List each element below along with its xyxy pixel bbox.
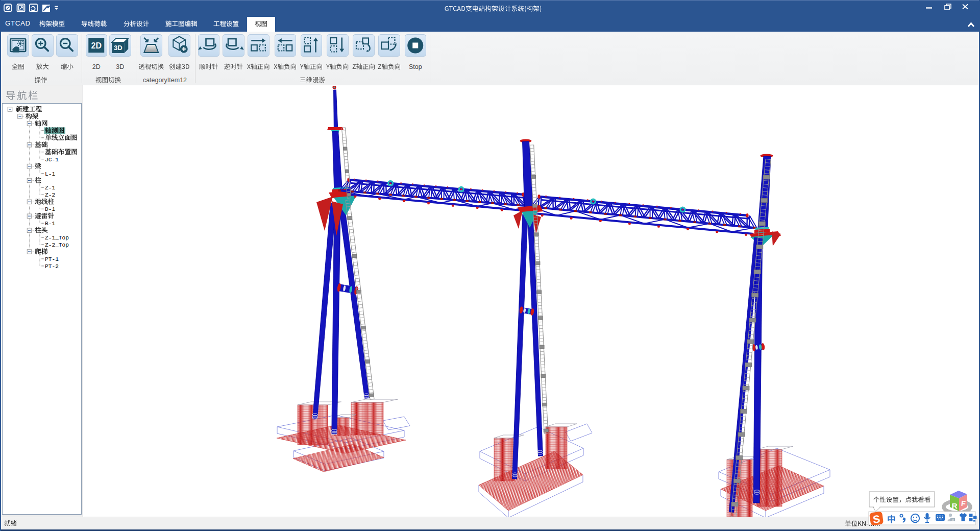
- svg-text:R: R: [951, 501, 957, 510]
- svg-text:PT-1: PT-1: [45, 256, 59, 262]
- svg-text:JC-1: JC-1: [45, 157, 59, 163]
- svg-text:B-1: B-1: [45, 221, 55, 227]
- svg-text:PT-2: PT-2: [45, 263, 59, 270]
- svg-text:31: 31: [951, 518, 955, 522]
- svg-text:L-1: L-1: [45, 171, 55, 177]
- svg-text:3D: 3D: [114, 44, 122, 52]
- svg-text:D-1: D-1: [45, 206, 55, 212]
- svg-text:2D: 2D: [92, 63, 101, 70]
- svg-text:3D: 3D: [116, 63, 124, 70]
- svg-text:Z-2_Top: Z-2_Top: [45, 242, 69, 248]
- svg-text:Z-1: Z-1: [45, 185, 55, 191]
- svg-text:Stop: Stop: [409, 63, 422, 70]
- svg-text:Z-1_Top: Z-1_Top: [45, 235, 69, 241]
- svg-text:2D: 2D: [91, 41, 102, 50]
- svg-text:categoryItem12: categoryItem12: [143, 77, 187, 84]
- svg-text:Z-2: Z-2: [45, 192, 55, 198]
- svg-text:F: F: [961, 499, 966, 508]
